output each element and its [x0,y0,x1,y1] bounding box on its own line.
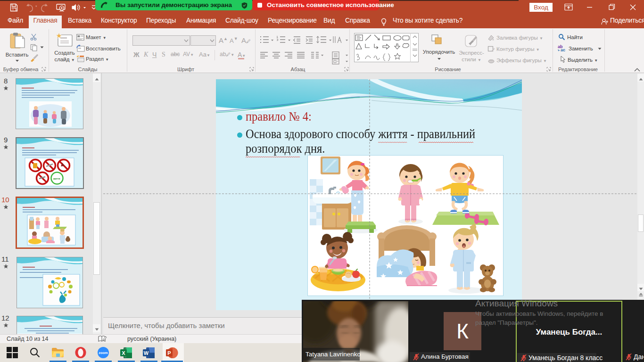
svg-text:W: W [144,350,149,356]
svg-text:ac: ac [561,48,565,52]
svg-text:X: X [122,350,125,356]
svg-text:P: P [167,350,171,356]
svg-text:життя: життя [53,177,60,180]
svg-text:zoom: zoom [99,351,108,355]
